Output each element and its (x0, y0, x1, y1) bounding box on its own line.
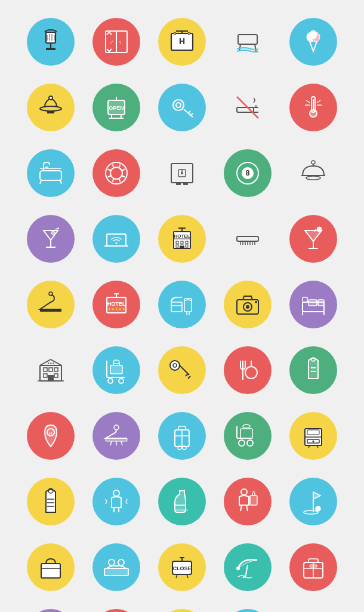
icon-reception (87, 537, 146, 597)
svg-point-15 (174, 32, 176, 35)
icon-bathtub (21, 143, 81, 203)
svg-point-155 (114, 425, 119, 430)
svg-rect-189 (176, 509, 188, 511)
svg-point-58 (181, 172, 183, 174)
icon-bed (283, 275, 343, 334)
icon-wifi-laptop (87, 209, 146, 269)
icon-grid: ♂ ♀ H (21, 12, 343, 612)
svg-point-136 (119, 379, 124, 383)
svg-text:★★★: ★★★ (47, 361, 55, 365)
icon-location-hotel: H (21, 406, 81, 466)
icon-hotel-stars: HOTEL ★★★★★ (87, 275, 146, 334)
icon-nightstand (283, 406, 343, 466)
svg-line-45 (306, 100, 310, 103)
svg-point-16 (188, 32, 190, 35)
svg-line-19 (255, 44, 256, 51)
svg-point-114 (246, 305, 249, 309)
svg-rect-127 (54, 374, 58, 377)
svg-point-55 (110, 167, 122, 179)
svg-rect-200 (41, 564, 60, 578)
svg-point-213 (236, 567, 240, 570)
svg-point-148 (245, 367, 257, 379)
svg-text:CLOSE: CLOSE (172, 565, 191, 571)
svg-text:OPEN: OPEN (109, 105, 124, 111)
svg-point-32 (173, 100, 184, 110)
icon-burger-drink (152, 275, 212, 334)
svg-rect-88 (237, 236, 258, 241)
icon-luggage-cart (87, 340, 146, 400)
svg-text:HOTEL: HOTEL (107, 301, 126, 307)
svg-point-141 (170, 361, 180, 370)
svg-line-72 (55, 228, 59, 229)
svg-rect-202 (104, 568, 128, 576)
svg-point-33 (176, 103, 181, 107)
icon-cocktail (21, 209, 81, 269)
svg-rect-137 (110, 365, 122, 374)
icon-porter (218, 472, 277, 531)
icon-phone (152, 603, 212, 612)
svg-rect-117 (303, 297, 307, 302)
icon-coat-hanger (87, 406, 146, 466)
svg-point-75 (116, 242, 118, 244)
icon-beach-umbrella (218, 537, 277, 597)
svg-line-36 (190, 113, 193, 116)
svg-rect-125 (54, 368, 58, 371)
svg-rect-156 (106, 438, 127, 441)
svg-point-24 (49, 96, 53, 100)
icon-luggage (152, 406, 212, 466)
icon-hotel-building: HOTEL (152, 209, 212, 269)
icon-do-not-disturb (283, 340, 343, 400)
svg-point-198 (304, 510, 318, 514)
icon-elevator2 (283, 603, 343, 612)
svg-rect-123 (44, 368, 47, 371)
icon-thermometer-cold (283, 78, 343, 137)
svg-rect-218 (310, 565, 317, 567)
icon-door-hanger (21, 472, 81, 531)
icon-golf (283, 472, 343, 531)
svg-line-143 (186, 374, 188, 376)
svg-rect-126 (44, 374, 47, 377)
svg-rect-49 (40, 171, 61, 180)
svg-rect-60 (176, 183, 181, 185)
icon-bottle (152, 472, 212, 531)
svg-point-184 (113, 490, 119, 496)
icon-ice-cream (283, 12, 343, 72)
svg-point-199 (316, 506, 320, 511)
icon-camera (218, 275, 277, 334)
svg-text:HOTEL: HOTEL (174, 233, 190, 239)
icon-shopping-bag (21, 537, 81, 597)
svg-line-157 (110, 441, 112, 445)
icon-beer (218, 603, 277, 612)
svg-line-47 (317, 100, 320, 103)
svg-text:♀: ♀ (118, 39, 123, 45)
svg-text:8: 8 (246, 169, 250, 177)
svg-point-98 (317, 227, 322, 232)
svg-rect-193 (250, 496, 257, 505)
icon-key (152, 78, 212, 137)
icon-elevator: ♂ ♀ (87, 12, 146, 72)
svg-rect-166 (240, 429, 252, 438)
svg-point-54 (106, 162, 127, 184)
icon-dining (218, 340, 277, 400)
svg-point-167 (243, 425, 250, 428)
svg-point-138 (113, 360, 119, 364)
icon-food-cover (283, 143, 343, 203)
svg-rect-61 (183, 183, 188, 185)
svg-rect-107 (171, 302, 182, 312)
svg-rect-121 (318, 300, 324, 306)
icon-hotel-sign: H (152, 12, 212, 72)
icon-bell-cart (218, 406, 277, 466)
svg-text:♂: ♂ (109, 39, 114, 45)
icon-champagne-bucket (21, 12, 81, 72)
svg-line-191 (240, 505, 242, 511)
icon-close-sign: CLOSE (152, 537, 212, 597)
icon-safe (152, 143, 212, 203)
icon-martini (283, 209, 343, 269)
icon-hotel-exterior: ★★★ (21, 340, 81, 400)
svg-point-204 (118, 559, 124, 565)
svg-point-135 (108, 379, 113, 383)
icon-room-key (152, 340, 212, 400)
icon-no-smoking (218, 78, 277, 137)
svg-text:H: H (49, 431, 52, 435)
svg-rect-25 (47, 111, 54, 113)
